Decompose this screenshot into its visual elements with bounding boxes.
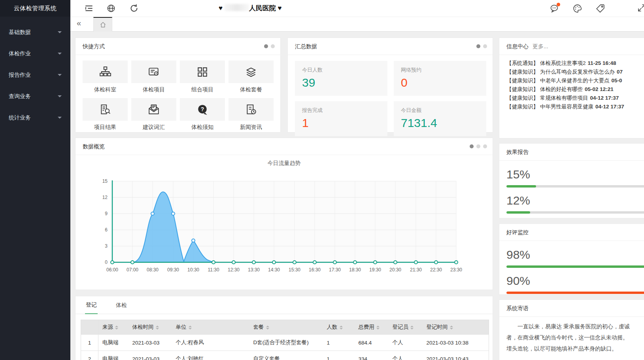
info-tag: 【健康知识】 <box>506 78 538 83</box>
chevron-down-icon <box>58 31 62 35</box>
col-unit[interactable]: 单位 <box>172 320 249 335</box>
info-item[interactable]: 【健康知识】中年男性最容易亚健康04-12 17:37 <box>506 102 644 111</box>
stat-value: 0 <box>401 76 479 89</box>
sidebar-item-query-business[interactable]: 查询业务 <box>0 85 70 107</box>
palette-icon[interactable] <box>572 4 582 13</box>
col-total-fee[interactable]: 总费用 <box>355 320 389 335</box>
shortcut-suggestion-words[interactable]: 建议词汇 <box>131 98 176 131</box>
registry-tabs: 登记 体检 <box>76 296 493 314</box>
table-row[interactable]: 1 电脑端 2021-03-03 个人:程春风 D套(适合于经济型套餐) 1 6… <box>81 335 489 351</box>
stat-value: 39 <box>302 76 380 89</box>
col-source[interactable]: 来源 <box>98 320 128 335</box>
shortcut-label: 建议词汇 <box>131 124 176 131</box>
home-icon <box>100 21 106 28</box>
stat-label: 报告完成 <box>302 107 380 114</box>
shortcut-exam-packages[interactable]: 体检套餐 <box>229 61 274 93</box>
svg-text:19:30: 19:30 <box>369 267 381 273</box>
sidebar-item-exam-work[interactable]: 体检作业 <box>0 43 70 64</box>
info-tag: 【健康知识】 <box>506 69 538 75</box>
sort-icon[interactable] <box>266 326 269 330</box>
tag-icon[interactable] <box>595 4 605 13</box>
progress-bar <box>506 185 644 188</box>
shortcut-item-results[interactable]: 项目结果 <box>83 98 128 131</box>
sort-icon[interactable] <box>189 326 192 330</box>
info-item[interactable]: 【健康知识】为什么耳鸣会反复发作该怎么办07 <box>506 68 644 76</box>
shortcut-label: 体检科室 <box>83 86 128 93</box>
sort-icon[interactable] <box>450 326 453 330</box>
panel-title: 系统寄语 <box>506 305 529 311</box>
more-link[interactable]: 更多... <box>533 43 548 49</box>
col-package[interactable]: 套餐 <box>249 320 323 335</box>
carousel-dot[interactable] <box>483 144 487 148</box>
table-row[interactable]: 2 电脑端 2021-03-03 个人:刘艳红 自定义套餐 1 334 个人 2… <box>81 351 489 360</box>
stat-label: 今日人数 <box>302 66 380 74</box>
stat-reports-done: 报告完成 1 <box>295 101 387 136</box>
traffic-area-chart: 1512 96 30 06:0007:00 08:3009:30 10:3011… <box>85 177 484 280</box>
svg-text:06:00: 06:00 <box>106 267 118 273</box>
sidebar-item-label: 基础数据 <box>9 21 31 43</box>
summary-panel: 汇总数据 今日人数 39 网络预约 0 报告完成 1 今日金额 7131.4 <box>287 38 493 133</box>
info-item[interactable]: 【健康知识】常规体检有哪些项目04-12 17:37 <box>506 94 644 102</box>
stat-today-people: 今日人数 39 <box>295 61 387 96</box>
menu-fold-icon[interactable] <box>84 4 94 13</box>
stat-label: 今日金额 <box>401 107 479 114</box>
globe-icon[interactable] <box>106 4 116 13</box>
sort-icon[interactable] <box>340 326 343 330</box>
progress-bar <box>506 292 644 294</box>
col-people[interactable]: 人数 <box>323 320 355 335</box>
sidebar-item-report-work[interactable]: 报告作业 <box>0 64 70 85</box>
col-exam-time[interactable]: 体检时间 <box>128 320 172 335</box>
registry-table: 来源 体检时间 单位 套餐 人数 总费用 登记员 登记时间 1 电脑端 2021… <box>81 320 489 360</box>
svg-text:0: 0 <box>105 260 108 265</box>
shortcut-label: 体检套餐 <box>229 86 274 93</box>
shortcut-exam-items[interactable]: 体检项目 <box>131 61 176 93</box>
svg-text:12:30: 12:30 <box>227 267 239 273</box>
carousel-dot[interactable] <box>271 44 275 48</box>
carousel-dot[interactable] <box>264 44 268 48</box>
svg-text:11:30: 11:30 <box>208 267 219 273</box>
info-text: 体检的好处有哪些 <box>540 86 583 92</box>
data-overview-panel: 数据概览 今日流量趋势 <box>75 138 493 290</box>
collapse-tabs-icon[interactable]: « <box>77 19 81 28</box>
sort-icon[interactable] <box>410 326 414 330</box>
col-register-time[interactable]: 登记时间 <box>423 320 489 335</box>
svg-text:21:30: 21:30 <box>410 267 421 273</box>
shortcut-exam-department[interactable]: 体检科室 <box>83 61 128 93</box>
carousel-dot[interactable] <box>476 144 480 148</box>
carousel-dots <box>476 44 487 48</box>
info-item[interactable]: 【健康知识】体检的好处有哪些05-02 12:21 <box>506 85 644 94</box>
col-registrar[interactable]: 登记员 <box>389 320 423 335</box>
info-item[interactable]: 【健康知识】中老年人保健养生的十大要点05-0 <box>506 76 644 85</box>
sort-icon[interactable] <box>115 326 118 330</box>
sidebar-item-statistics[interactable]: 统计业务 <box>0 107 70 128</box>
refresh-icon[interactable] <box>129 4 139 13</box>
table-header-row: 来源 体检时间 单位 套餐 人数 总费用 登记员 登记时间 <box>81 320 489 335</box>
top-header: ♥ 人民医院 ♥ <box>70 0 644 17</box>
sort-icon[interactable] <box>376 326 380 330</box>
stat-label: 网络预约 <box>401 66 479 74</box>
shortcut-news[interactable]: 新闻资讯 <box>229 98 274 131</box>
info-tag: 【健康知识】 <box>506 95 538 101</box>
hospital-name: 人民医院 <box>249 4 276 12</box>
fullscreen-icon[interactable] <box>637 4 644 13</box>
svg-text:17:30: 17:30 <box>329 267 340 273</box>
tab-exam[interactable]: 体检 <box>115 302 128 314</box>
messages-icon[interactable] <box>550 4 559 13</box>
carousel-dot[interactable] <box>483 44 487 48</box>
registry-panel: 登记 体检 来源 体检时间 单位 套餐 人数 总费用 登记员 登记时间 1 电脑… <box>75 296 493 360</box>
info-item[interactable]: 【系统通知】体检系统注意事项211-25 16:48 <box>506 59 644 68</box>
percent-value: 90% <box>506 274 644 288</box>
sidebar-item-label: 统计业务 <box>9 107 31 128</box>
shortcut-combo-items[interactable]: 组合项目 <box>180 61 225 93</box>
sidebar-item-basic-data[interactable]: 基础数据 <box>0 21 70 43</box>
stat-today-amount: 今日金额 7131.4 <box>394 101 486 136</box>
tab-register[interactable]: 登记 <box>85 301 98 314</box>
carousel-dot[interactable] <box>470 144 474 148</box>
panel-title: 汇总数据 <box>295 43 317 49</box>
carousel-dot[interactable] <box>476 44 480 48</box>
sort-icon[interactable] <box>156 326 159 330</box>
tab-strip: « <box>70 17 644 32</box>
tab-home[interactable] <box>93 17 112 32</box>
shortcut-label: 组合项目 <box>180 86 225 93</box>
shortcut-exam-notice[interactable]: ? 体检须知 <box>180 98 225 131</box>
